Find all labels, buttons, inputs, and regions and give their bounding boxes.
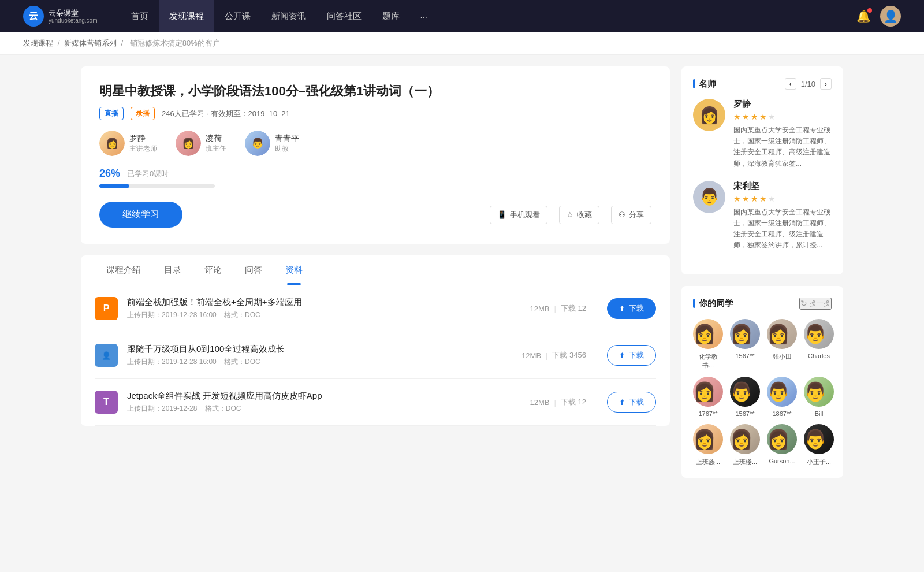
course-title: 明星中教授课，小学阶段语法100分–强化级第1讲动词（一） bbox=[99, 83, 651, 100]
download-button-2[interactable]: ⬆ 下载 bbox=[607, 392, 656, 413]
nav-discover[interactable]: 发现课程 bbox=[159, 0, 214, 32]
tab-qa[interactable]: 问答 bbox=[233, 255, 274, 285]
user-avatar[interactable]: 👤 bbox=[880, 6, 901, 27]
resource-stats-2: 12MB | 下载 12 bbox=[530, 397, 586, 407]
classmate-avatar-3: 👨 bbox=[804, 319, 834, 349]
download-button-1[interactable]: ⬆ 下载 bbox=[607, 345, 656, 366]
classmate-avatar-5: 👨 bbox=[730, 377, 760, 407]
nav-right: 🔔 👤 bbox=[856, 6, 901, 27]
logo-text-block: 云朵课堂 yunduoketang.com bbox=[49, 9, 98, 24]
nav-quiz[interactable]: 题库 bbox=[372, 0, 410, 32]
sidebar-teacher-avatar-0: 👩 bbox=[693, 99, 725, 131]
classmate-name-7: Bill bbox=[815, 410, 824, 417]
resource-stats-0: 12MB | 下载 12 bbox=[530, 303, 586, 314]
classmate-2: 👩 张小田 bbox=[767, 319, 797, 370]
breadcrumb-sep-1: / bbox=[58, 39, 62, 47]
teacher-role-1: 班主任 bbox=[206, 144, 226, 154]
nav-items: 首页 发现课程 公开课 新闻资讯 问答社区 题库 ··· bbox=[121, 0, 856, 32]
download-icon-2: ⬆ bbox=[619, 398, 625, 407]
teachers-next-button[interactable]: › bbox=[820, 78, 832, 90]
nav-more[interactable]: ··· bbox=[410, 0, 438, 32]
logo[interactable]: 云 云朵课堂 yunduoketang.com bbox=[23, 6, 98, 27]
resource-meta-1: 上传日期：2019-12-28 16:00 格式：DOC bbox=[127, 357, 512, 367]
sidebar: 名师 ‹ 1/10 › 👩 罗静 ★ ★ bbox=[681, 66, 843, 489]
sidebar-teacher-1: 👨 宋利坚 ★ ★ ★ ★ ★ 国内某重点大学安全工程专业硕士，国家一级注册消防… bbox=[693, 181, 832, 251]
teacher-avatar-0: 👩 bbox=[99, 131, 125, 156]
teacher-role-2: 助教 bbox=[275, 144, 299, 154]
refresh-classmates-button[interactable]: ↻ 换一换 bbox=[799, 298, 832, 310]
logo-name: 云朵课堂 bbox=[49, 9, 98, 18]
content-area: 明星中教授课，小学阶段语法100分–强化级第1讲动词（一） 直播 录播 246人… bbox=[81, 66, 670, 489]
resource-meta-2: 上传日期：2019-12-28 格式：DOC bbox=[127, 404, 521, 414]
classmates-grid: 👩 化学教书... 👩 1567** 👩 张小田 👨 Charles 👩 bbox=[693, 319, 832, 466]
share-button[interactable]: ⚇ 分享 bbox=[611, 206, 651, 224]
notification-bell[interactable]: 🔔 bbox=[856, 9, 871, 23]
resource-icon-2: T bbox=[95, 391, 118, 414]
nav-news[interactable]: 新闻资讯 bbox=[261, 0, 316, 32]
classmate-avatar-2: 👩 bbox=[767, 319, 797, 349]
sidebar-teacher-stars-1: ★ ★ ★ ★ ★ bbox=[733, 194, 832, 203]
classmate-name-1: 1567** bbox=[735, 352, 754, 359]
classmate-name-10: Gurson... bbox=[769, 458, 795, 465]
classmate-avatar-11: 👨 bbox=[804, 424, 834, 454]
tab-review[interactable]: 评论 bbox=[193, 255, 233, 285]
tabs-section: 课程介绍 目录 评论 问答 资料 P 前端全栈加强版！前端全栈+全周期+多端应用… bbox=[81, 255, 670, 426]
tab-intro[interactable]: 课程介绍 bbox=[95, 255, 152, 285]
resource-title-1: 跟随千万级项目从0到100全过程高效成长 bbox=[127, 344, 512, 355]
teachers-card-title: 名师 ‹ 1/10 › bbox=[693, 78, 832, 90]
classmate-1: 👩 1567** bbox=[730, 319, 760, 370]
resource-icon-1: 👤 bbox=[95, 344, 118, 367]
resource-title-2: Jetpack全组件实战 开发短视频应用高仿皮皮虾App bbox=[127, 391, 521, 402]
classmate-avatar-4: 👩 bbox=[693, 377, 723, 407]
classmate-avatar-8: 👩 bbox=[693, 424, 723, 454]
classmate-6: 👨 1867** bbox=[767, 377, 797, 417]
nav-home[interactable]: 首页 bbox=[121, 0, 159, 32]
classmate-9: 👩 上班楼... bbox=[730, 424, 760, 466]
nav-public[interactable]: 公开课 bbox=[214, 0, 261, 32]
tab-resources[interactable]: 资料 bbox=[274, 255, 314, 285]
resource-size-0: 12MB bbox=[530, 304, 550, 313]
progress-bar-fill bbox=[99, 184, 129, 188]
sidebar-teacher-0: 👩 罗静 ★ ★ ★ ★ ★ 国内某重点大学安全工程专业硕士，国家一级注册消防工… bbox=[693, 99, 832, 169]
classmate-7: 👨 Bill bbox=[804, 377, 834, 417]
tab-catalog[interactable]: 目录 bbox=[152, 255, 193, 285]
resource-title-0: 前端全栈加强版！前端全栈+全周期+多端应用 bbox=[127, 297, 521, 308]
classmate-11: 👨 小王子... bbox=[804, 424, 834, 466]
navigation: 云 云朵课堂 yunduoketang.com 首页 发现课程 公开课 新闻资讯… bbox=[0, 0, 924, 32]
breadcrumb-current: 销冠修炼术搞定80%的客户 bbox=[130, 39, 220, 47]
teacher-info-0: 罗静 主讲老师 bbox=[129, 133, 157, 154]
resource-item-1: 👤 跟随千万级项目从0到100全过程高效成长 上传日期：2019-12-28 1… bbox=[95, 332, 656, 379]
classmates-card-title: 你的同学 ↻ 换一换 bbox=[693, 298, 832, 310]
classmate-avatar-0: 👩 bbox=[693, 319, 723, 349]
resource-size-1: 12MB bbox=[521, 351, 541, 360]
teachers-prev-button[interactable]: ‹ bbox=[785, 78, 796, 90]
progress-pct: 26% bbox=[99, 168, 120, 180]
classmates-card: 你的同学 ↻ 换一换 👩 化学教书... 👩 1567** bbox=[681, 286, 843, 478]
collect-button[interactable]: ☆ 收藏 bbox=[559, 206, 599, 224]
sidebar-teacher-desc-1: 国内某重点大学安全工程专业硕士，国家一级注册消防工程师、注册安全工程师、级注册建… bbox=[733, 207, 832, 251]
course-actions: 继续学习 📱 手机观看 ☆ 收藏 ⚇ 分享 bbox=[99, 202, 651, 228]
sidebar-teacher-avatar-1: 👨 bbox=[693, 181, 725, 213]
course-meta: 直播 录播 246人已学习 · 有效期至：2019–10–21 bbox=[99, 107, 651, 120]
teacher-avatar-1: 👩 bbox=[176, 131, 201, 156]
classmate-name-11: 小王子... bbox=[807, 458, 831, 466]
continue-learning-button[interactable]: 继续学习 bbox=[99, 202, 182, 228]
badge-live: 直播 bbox=[99, 107, 124, 120]
nav-qa[interactable]: 问答社区 bbox=[316, 0, 372, 32]
classmate-name-4: 1767** bbox=[698, 410, 717, 417]
resource-downloads-2: 下载 12 bbox=[561, 397, 586, 407]
classmate-avatar-6: 👨 bbox=[767, 377, 797, 407]
breadcrumb-item-discover[interactable]: 发现课程 bbox=[23, 39, 53, 47]
classmate-0: 👩 化学教书... bbox=[693, 319, 723, 370]
classmate-name-2: 张小田 bbox=[773, 352, 792, 361]
breadcrumb-item-series[interactable]: 新媒体营销系列 bbox=[64, 39, 117, 47]
teacher-item-2: 👨 青青平 助教 bbox=[245, 131, 299, 156]
mobile-icon: 📱 bbox=[497, 210, 506, 219]
classmate-name-3: Charles bbox=[808, 352, 830, 359]
mobile-watch-button[interactable]: 📱 手机观看 bbox=[490, 206, 547, 224]
refresh-icon: ↻ bbox=[800, 299, 807, 308]
resource-item-2: T Jetpack全组件实战 开发短视频应用高仿皮皮虾App 上传日期：2019… bbox=[95, 379, 656, 426]
classmate-avatar-9: 👩 bbox=[730, 424, 760, 454]
teachers-card: 名师 ‹ 1/10 › 👩 罗静 ★ ★ bbox=[681, 66, 843, 274]
download-button-0[interactable]: ⬆ 下载 bbox=[607, 298, 656, 319]
